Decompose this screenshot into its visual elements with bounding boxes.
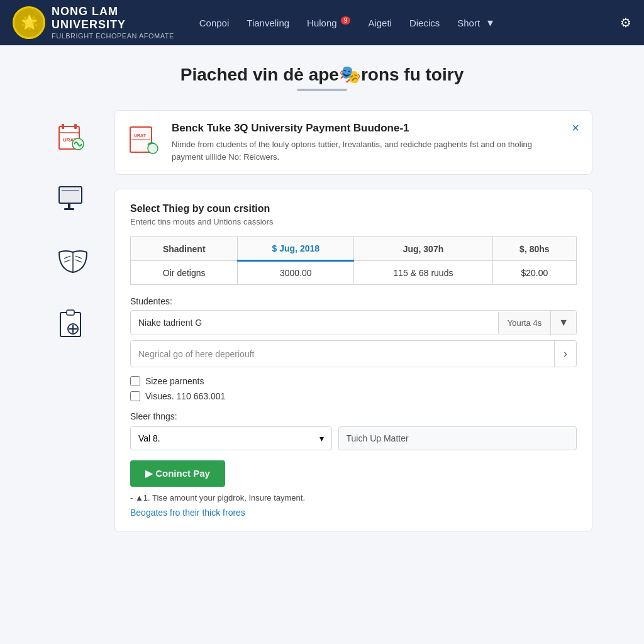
submit-button[interactable]: ▶ Coninct Pay	[130, 460, 225, 487]
form-card: Select Thieg by coun crsition Enteric ti…	[114, 189, 592, 532]
logo-emblem: 🌟	[13, 6, 45, 39]
icon-clipboard	[52, 301, 94, 344]
main-content: Piached vin dė ape🎭rons fu toiry URAT	[39, 45, 605, 551]
notification-card: URAT Benck Tuke 3Q University Payment Bu…	[114, 110, 592, 175]
navbar-logo[interactable]: 🌟 NONG LAM UNIVERSITY FULBRIGHT ECHOPEAN…	[13, 5, 174, 40]
student-nav-text: Negrical go of here deperiouft	[131, 343, 554, 365]
bottom-fields-row: Val 8. ▾	[130, 426, 577, 450]
close-button[interactable]: ×	[572, 121, 579, 135]
col-header-0: Shadinent	[131, 237, 238, 261]
title-underline	[297, 89, 347, 91]
notif-icon: URAT	[128, 122, 163, 157]
icon-calendar: URAT	[52, 116, 94, 159]
cell-0-0: Oir detigns	[131, 261, 238, 285]
nav-link-hulong[interactable]: Hulong 9	[307, 17, 350, 28]
gear-icon[interactable]: ⚙	[620, 15, 631, 30]
page-title: Piached vin dė ape🎭rons fu toiry	[52, 64, 592, 85]
layout: URAT	[52, 110, 592, 532]
logo-line2: UNIVERSITY	[52, 18, 174, 32]
nav-link-short[interactable]: Short	[457, 18, 480, 28]
dropdown-arrow-icon: ▾	[319, 433, 324, 443]
val-dropdown[interactable]: Val 8. ▾	[130, 426, 332, 450]
form-section-desc: Enteric tins mouts and Untions cassiors	[130, 217, 577, 226]
col-header-3: $, 80hs	[492, 237, 576, 261]
val-dropdown-value: Val 8.	[138, 433, 160, 443]
col-header-1: $ Jug, 2018	[238, 237, 354, 261]
col-header-2: Jug, 307h	[354, 237, 493, 261]
hulong-badge: 9	[341, 16, 351, 25]
table-row: Oir detigns 3000.00 115 & 68 ruuds $20.0…	[131, 261, 577, 285]
student-dropdown-arrow[interactable]: ▼	[550, 311, 576, 335]
student-nav-row[interactable]: Negrical go of here deperiouft ›	[130, 340, 577, 367]
notif-body: Benck Tuke 3Q University Payment Buudone…	[172, 122, 563, 163]
cell-0-1: 3000.00	[238, 261, 354, 285]
svg-rect-9	[68, 203, 70, 208]
footer-link[interactable]: Beogates fro their thick frores	[130, 508, 577, 518]
nav-links: Conpoi Tianveling Hulong 9 Aigeti Diecic…	[199, 16, 620, 30]
student-label: Studentes:	[130, 296, 577, 306]
icon-book	[52, 240, 94, 282]
nav-link-diecics[interactable]: Diecics	[409, 18, 440, 28]
checkbox-visues[interactable]	[130, 391, 140, 401]
svg-rect-10	[64, 208, 74, 210]
svg-text:URAT: URAT	[134, 133, 147, 138]
svg-rect-8	[60, 188, 80, 202]
icon-computer	[52, 178, 94, 221]
student-badge: Yourta 4s	[498, 312, 550, 334]
svg-rect-17	[67, 310, 74, 315]
svg-point-25	[148, 143, 158, 153]
nav-link-tianveling[interactable]: Tianveling	[247, 18, 289, 28]
bottom-fields: Sleer thngs: Val 8. ▾	[130, 411, 577, 450]
student-select-row[interactable]: Niake tadrient G Yourta 4s ▼	[130, 310, 577, 335]
left-icons: URAT	[52, 110, 102, 532]
logo-line1: NONG LAM	[52, 5, 174, 19]
checkbox-row-2: Visues. 110 663.001	[130, 391, 577, 401]
navbar: 🌟 NONG LAM UNIVERSITY FULBRIGHT ECHOPEAN…	[0, 0, 644, 45]
data-table: Shadinent $ Jug, 2018 Jug, 307h $, 80hs …	[130, 236, 577, 285]
content-area: URAT Benck Tuke 3Q University Payment Bu…	[114, 110, 592, 532]
submit-label: ▶ Coninct Pay	[145, 468, 210, 479]
svg-rect-2	[74, 124, 77, 129]
notif-title: Benck Tuke 3Q University Payment Buudone…	[172, 122, 563, 135]
checkbox-row-1: Sizee parnents	[130, 376, 577, 386]
svg-rect-1	[62, 124, 64, 129]
nav-link-aigeti[interactable]: Aigeti	[368, 18, 392, 28]
form-section-title: Select Thieg by coun crsition	[130, 203, 577, 214]
notif-desc: Nimde from ctudents of the louly optons …	[172, 138, 563, 163]
checkbox-sizee-label: Sizee parnents	[145, 376, 204, 386]
bottom-label: Sleer thngs:	[130, 411, 577, 421]
student-nav-chevron[interactable]: ›	[554, 341, 576, 367]
checkbox-visues-label: Visues. 110 663.001	[145, 391, 225, 401]
checkbox-sizee[interactable]	[130, 376, 140, 386]
footer-note: - ▲1. Tise amount your pigdrok, Insure t…	[130, 493, 577, 502]
cell-0-3: $20.00	[492, 261, 576, 285]
cell-0-2: 115 & 68 ruuds	[354, 261, 493, 285]
logo-text: NONG LAM UNIVERSITY FULBRIGHT ECHOPEAN A…	[52, 5, 174, 40]
nav-link-conpoi[interactable]: Conpoi	[199, 18, 230, 28]
nav-more-icon[interactable]: ▾	[487, 16, 493, 30]
logo-sub: FULBRIGHT ECHOPEAN AFOMATE	[52, 32, 174, 40]
tuich-input[interactable]	[338, 426, 577, 450]
student-select-value: Niake tadrient G	[131, 311, 498, 334]
